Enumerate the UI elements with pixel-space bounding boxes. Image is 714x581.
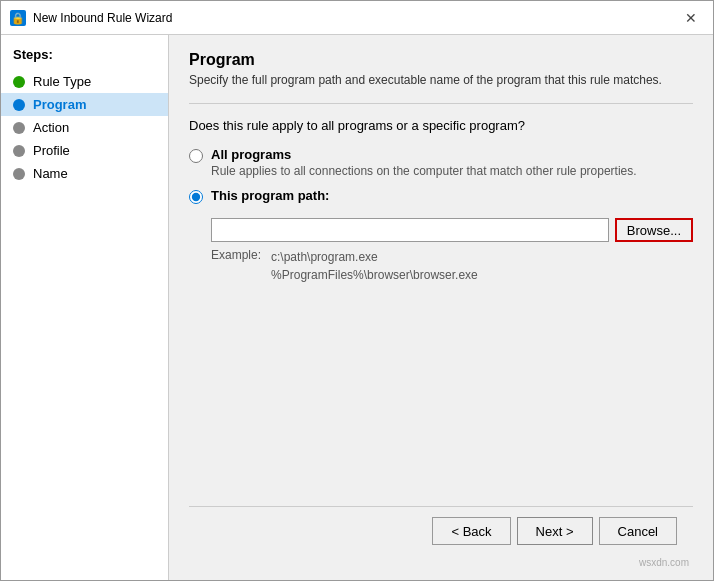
all-programs-sublabel: Rule applies to all connections on the c…: [211, 164, 637, 178]
window-title: New Inbound Rule Wizard: [33, 11, 677, 25]
all-programs-radio[interactable]: [189, 149, 203, 163]
this-program-label-group: This program path:: [211, 188, 329, 203]
step-dot-profile: [13, 145, 25, 157]
this-program-radio[interactable]: [189, 190, 203, 204]
main-panel: Program Specify the full program path an…: [169, 35, 713, 580]
step-dot-program: [13, 99, 25, 111]
watermark: wsxdn.com: [189, 555, 693, 568]
back-button[interactable]: < Back: [432, 517, 510, 545]
this-program-label[interactable]: This program path:: [211, 188, 329, 203]
this-program-option: This program path:: [189, 188, 693, 204]
steps-label: Steps:: [1, 47, 168, 70]
sidebar-item-profile[interactable]: Profile: [1, 139, 168, 162]
sidebar-label-name: Name: [33, 166, 68, 181]
all-programs-label-group: All programs Rule applies to all connect…: [211, 147, 637, 178]
close-button[interactable]: ✕: [677, 7, 705, 29]
spacer: [189, 284, 693, 506]
page-description: Specify the full program path and execut…: [189, 73, 693, 87]
svg-text:🔒: 🔒: [11, 11, 25, 25]
step-dot-rule-type: [13, 76, 25, 88]
browse-button[interactable]: Browse...: [615, 218, 693, 242]
program-path-row: Browse...: [211, 218, 693, 242]
divider: [189, 103, 693, 104]
next-button[interactable]: Next >: [517, 517, 593, 545]
step-dot-name: [13, 168, 25, 180]
step-dot-action: [13, 122, 25, 134]
sidebar-label-action: Action: [33, 120, 69, 135]
sidebar: Steps: Rule Type Program Action Profile …: [1, 35, 169, 580]
content-area: Steps: Rule Type Program Action Profile …: [1, 35, 713, 580]
question-text: Does this rule apply to all programs or …: [189, 118, 693, 133]
sidebar-label-rule-type: Rule Type: [33, 74, 91, 89]
footer: < Back Next > Cancel: [189, 506, 693, 555]
sidebar-item-name[interactable]: Name: [1, 162, 168, 185]
example-label: Example:: [211, 248, 261, 284]
sidebar-item-program[interactable]: Program: [1, 93, 168, 116]
title-bar: 🔒 New Inbound Rule Wizard ✕: [1, 1, 713, 35]
sidebar-item-rule-type[interactable]: Rule Type: [1, 70, 168, 93]
example-values: c:\path\program.exe%ProgramFiles%\browse…: [271, 248, 478, 284]
cancel-button[interactable]: Cancel: [599, 517, 677, 545]
program-path-input[interactable]: [211, 218, 609, 242]
wizard-window: 🔒 New Inbound Rule Wizard ✕ Steps: Rule …: [0, 0, 714, 581]
program-path-section: Browse... Example: c:\path\program.exe%P…: [211, 218, 693, 284]
page-heading: Program: [189, 51, 693, 69]
all-programs-label[interactable]: All programs: [211, 147, 637, 162]
sidebar-label-profile: Profile: [33, 143, 70, 158]
wizard-icon: 🔒: [9, 9, 27, 27]
sidebar-label-program: Program: [33, 97, 86, 112]
example-row: Example: c:\path\program.exe%ProgramFile…: [211, 248, 693, 284]
sidebar-item-action[interactable]: Action: [1, 116, 168, 139]
all-programs-option: All programs Rule applies to all connect…: [189, 147, 693, 178]
